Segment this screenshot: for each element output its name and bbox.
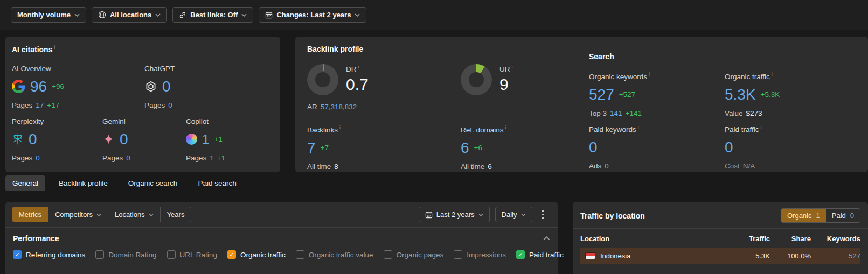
tab-organic-search[interactable]: Organic search (121, 175, 185, 191)
ai-citations-title: AI citations (12, 45, 274, 54)
checkbox-unchecked-icon[interactable] (384, 250, 392, 259)
tab-paid-search[interactable]: Paid search (191, 175, 243, 191)
pages-label: Pages (12, 101, 32, 109)
info-icon[interactable] (512, 64, 513, 69)
metric-organic-traffic-value[interactable]: Organic traffic value (296, 250, 373, 259)
organic-keywords-value[interactable]: 527 (589, 87, 614, 102)
cost-label: Cost (725, 162, 740, 170)
chevron-down-icon (149, 213, 154, 216)
info-icon[interactable] (54, 45, 55, 50)
checkbox-unchecked-icon[interactable] (95, 250, 104, 259)
checkbox-checked-icon[interactable]: ✓ (13, 250, 22, 259)
top3-value[interactable]: 141 (610, 109, 622, 117)
ur-gauge (461, 64, 492, 95)
info-icon[interactable] (358, 64, 359, 69)
ar-value[interactable]: 57,318,832 (321, 103, 357, 111)
paid-toggle-label: Paid (832, 212, 846, 220)
ai-overview-value[interactable]: 96 (30, 79, 47, 94)
collapse-chevron-up-icon[interactable] (543, 236, 550, 241)
changes-dropdown[interactable]: Changes: Last 2 years (259, 7, 366, 23)
checkbox-unchecked-icon[interactable] (454, 250, 462, 259)
locations-label: All locations (110, 11, 151, 19)
column-keywords[interactable]: Keywords (811, 235, 860, 243)
pages-label: Pages (186, 154, 206, 162)
locations-dropdown[interactable]: All locations (92, 7, 167, 23)
competitors-dropdown[interactable]: Competitors (48, 207, 108, 222)
tab-general[interactable]: General (5, 175, 45, 191)
metric-organic-pages[interactable]: Organic pages (384, 250, 444, 259)
info-icon[interactable] (638, 124, 639, 130)
ads-value[interactable]: 0 (605, 162, 609, 170)
info-icon[interactable] (339, 125, 341, 130)
dr-gauge (307, 64, 338, 95)
best-links-dropdown[interactable]: Best links: Off (172, 7, 253, 23)
pages-value[interactable]: 1 (210, 154, 214, 162)
ref-domains-value[interactable]: 6 (461, 140, 469, 156)
metric-domain-rating[interactable]: Domain Rating (95, 250, 156, 259)
metric-referring-domains[interactable]: ✓ Referring domains (13, 250, 85, 259)
organic-toggle[interactable]: Organic 1 (781, 209, 826, 222)
info-icon[interactable] (772, 72, 773, 77)
copilot-delta: +1 (214, 135, 222, 143)
more-options-kebab-icon[interactable] (542, 210, 544, 219)
metric-label: Referring domains (26, 251, 85, 259)
ar-label: AR (307, 103, 317, 111)
metric-label: Organic pages (397, 251, 444, 259)
organic-count-badge: 1 (816, 212, 820, 220)
tab-backlink-profile[interactable]: Backlink profile (52, 175, 115, 191)
backlinks-stat: Backlinks 7+7 All time8 (307, 125, 461, 171)
checkbox-checked-icon[interactable]: ✓ (227, 250, 236, 259)
competitors-label: Competitors (55, 210, 93, 219)
column-traffic[interactable]: Traffic (729, 235, 770, 243)
perplexity-stat: Perplexity 0 Pages0 (12, 117, 102, 162)
info-icon[interactable] (505, 125, 506, 130)
gemini-value[interactable]: 0 (120, 132, 128, 147)
date-range-dropdown[interactable]: Last 2 years (419, 207, 490, 222)
monthly-volume-label: Monthly volume (17, 11, 71, 19)
metric-impressions[interactable]: Impressions (454, 250, 506, 259)
pages-value[interactable]: 0 (126, 154, 130, 162)
monthly-volume-dropdown[interactable]: Monthly volume (11, 7, 86, 23)
column-location[interactable]: Location (580, 235, 729, 243)
dr-value: 0.7 (346, 75, 369, 93)
pages-value[interactable]: 0 (168, 101, 172, 109)
checkbox-checked-icon[interactable]: ✓ (516, 250, 525, 259)
perplexity-value[interactable]: 0 (29, 132, 37, 147)
info-icon[interactable] (761, 124, 762, 130)
backlinks-label: Backlinks (307, 125, 461, 134)
copilot-icon (186, 134, 197, 145)
metric-label: Domain Rating (108, 251, 156, 259)
performance-title: Performance (13, 234, 59, 243)
pages-label: Pages (144, 101, 165, 109)
checkbox-unchecked-icon[interactable] (167, 250, 176, 259)
backlinks-value[interactable]: 7 (307, 140, 316, 156)
keywords-value[interactable]: 527 (811, 252, 860, 260)
copilot-value[interactable]: 1 (202, 133, 209, 146)
years-button[interactable]: Years (160, 207, 191, 222)
paid-keywords-value[interactable]: 0 (589, 140, 598, 155)
chatgpt-value[interactable]: 0 (162, 79, 171, 94)
calendar-icon (265, 11, 273, 19)
pages-delta: +17 (47, 101, 59, 109)
copilot-stat: Copilot 1 +1 Pages1+1 (186, 117, 274, 162)
info-icon[interactable] (649, 72, 650, 77)
globe-icon (98, 11, 106, 19)
metric-paid-traffic[interactable]: ✓ Paid traffic (516, 250, 564, 259)
paid-traffic-stat: Paid traffic 0 CostN/A (725, 124, 860, 170)
column-share[interactable]: Share (770, 235, 811, 243)
paid-traffic-value[interactable]: 0 (725, 140, 733, 155)
locations-segment-dropdown[interactable]: Locations (108, 207, 160, 222)
ai-overview-stat: AI Overview 96 +96 Pages17+17 (12, 65, 144, 117)
organic-traffic-value[interactable]: 5.3K (725, 87, 756, 102)
alltime-label: All time (307, 163, 331, 171)
pages-value[interactable]: 0 (36, 154, 40, 162)
checkbox-unchecked-icon[interactable] (296, 250, 304, 259)
location-row-indonesia[interactable]: Indonesia 5.3K 100.0% 527 (580, 248, 860, 264)
granularity-label: Daily (502, 210, 517, 219)
metrics-button[interactable]: Metrics (12, 207, 48, 222)
metric-url-rating[interactable]: URL Rating (167, 250, 217, 259)
granularity-dropdown[interactable]: Daily (495, 207, 532, 222)
pages-value[interactable]: 17 (36, 101, 44, 109)
paid-toggle[interactable]: Paid 0 (826, 209, 860, 222)
metric-organic-traffic[interactable]: ✓ Organic traffic (227, 250, 286, 259)
